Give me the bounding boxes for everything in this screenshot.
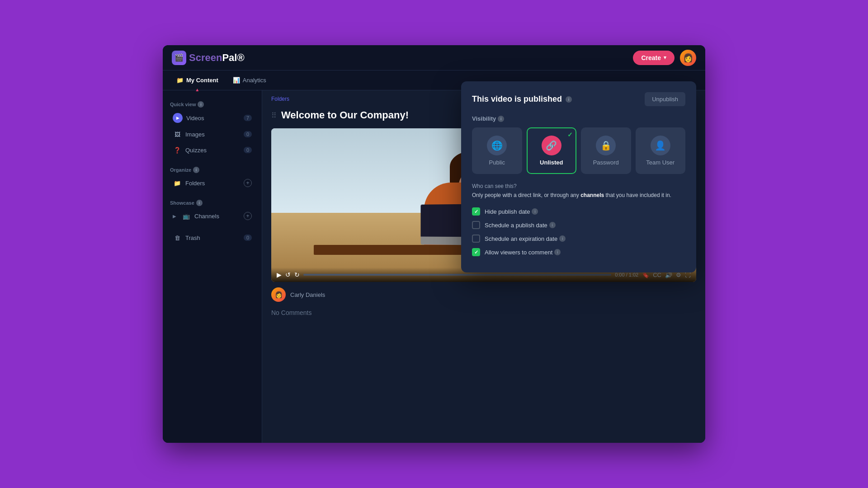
panel-header: This video is published i Unpublish [472,92,685,106]
hide-publish-date-label: Hide publish date i [485,208,538,215]
team-user-label: Team User [646,159,675,166]
quizzes-icon: ❓ [173,145,182,155]
allow-comments-label: Allow viewers to comment i [485,249,561,256]
my-content-label: My Content [186,77,218,84]
publish-panel: This video is published i Unpublish Visi… [461,81,696,272]
channels-icon: 📺 [182,211,191,221]
public-icon: 🌐 [487,136,507,155]
sidebar-item-videos[interactable]: ▶ Videos 7 [165,110,259,126]
quizzes-left: ❓ Quizzes [173,145,207,155]
current-time: 0:00 [615,272,624,277]
images-count: 0 [244,131,252,137]
progress-bar[interactable] [303,274,611,276]
quick-view-section: Quick view i [163,98,262,109]
images-label: Images [185,131,205,138]
play-pause-button[interactable]: ▶ [277,271,282,278]
no-comments-label: No Comments [262,307,705,318]
option-schedule-expiry: Schedule an expiration date i [472,235,685,243]
tab-analytics[interactable]: 📊 Analytics [226,73,273,87]
visibility-public[interactable]: 🌐 Public [472,127,522,174]
who-sees-description: Only people with a direct link, or throu… [472,191,685,199]
trash-left: 🗑 Trash [173,233,200,242]
channels-left: ▶ 📺 Channels [173,211,219,221]
team-user-icon: 👤 [651,136,670,155]
commenter-avatar: 👩 [271,287,286,302]
hide-publish-date-checkbox[interactable] [472,207,480,216]
panel-info-icon[interactable]: i [566,96,572,103]
images-left: 🖼 Images [173,130,205,139]
organize-info-icon[interactable]: i [193,167,199,173]
fast-forward-button[interactable]: ↻ [294,271,300,278]
visibility-team-user[interactable]: 👤 Team User [636,127,686,174]
drag-handle-icon[interactable]: ⠿ [271,111,277,120]
sidebar-item-channels[interactable]: ▶ 📺 Channels + [165,208,259,224]
visibility-info-icon[interactable]: i [498,116,504,122]
visibility-text: Visibility [472,115,496,122]
folders-add-button[interactable]: + [244,179,252,187]
quick-view-label: Quick view [170,102,196,107]
schedule-publish-text: Schedule a publish date [485,222,547,229]
allow-comments-info-icon[interactable]: i [554,249,561,255]
hide-publish-date-info-icon[interactable]: i [532,208,538,215]
tab-my-content[interactable]: 📁 My Content [170,73,225,87]
showcase-info-icon[interactable]: i [196,200,203,206]
allow-comments-text: Allow viewers to comment [485,249,552,256]
schedule-expiry-text: Schedule an expiration date [485,235,557,242]
time-display: 0:00 / 1:02 [615,272,638,277]
schedule-expiry-checkbox[interactable] [472,235,480,243]
who-sees-bold-text: channels [580,192,604,198]
avatar[interactable]: 👩 [680,50,696,66]
schedule-publish-checkbox[interactable] [472,221,480,229]
unlisted-check-icon: ✓ [567,131,573,138]
quizzes-label: Quizzes [185,147,207,154]
sidebar-item-trash[interactable]: 🗑 Trash 0 [165,230,259,245]
videos-count: 7 [244,115,252,121]
allow-comments-checkbox[interactable] [472,248,480,256]
channels-add-button[interactable]: + [244,212,252,220]
quizzes-count: 0 [244,147,252,153]
rewind-button[interactable]: ↺ [285,271,291,278]
logo: 🎬 ScreenPal® [172,51,245,65]
option-hide-publish-date: Hide publish date i [472,207,685,216]
sidebar-item-folders[interactable]: 📁 Folders + [165,175,259,191]
header-right: Create 👩 [633,50,696,66]
unpublish-button[interactable]: Unpublish [645,92,685,106]
videos-label: Videos [186,115,204,122]
videos-left: ▶ Videos [173,113,204,123]
sidebar-item-quizzes[interactable]: ❓ Quizzes 0 [165,142,259,158]
panel-title: This video is published i [472,94,572,104]
app-window: 🎬 ScreenPal® Create 👩 📁 My Content 📊 Ana… [163,45,705,443]
schedule-expiry-info-icon[interactable]: i [559,235,566,242]
create-button[interactable]: Create [633,51,675,65]
sidebar-item-images[interactable]: 🖼 Images 0 [165,127,259,142]
schedule-publish-info-icon[interactable]: i [549,222,556,228]
password-label: Password [593,159,619,166]
video-title: Welcome to Our Company! [281,109,409,121]
password-icon: 🔒 [596,136,616,155]
trash-label: Trash [185,235,200,241]
showcase-label: Showcase [170,200,194,206]
folders-icon: 📁 [173,178,182,188]
organize-label: Organize [170,167,191,173]
total-time: 1:02 [629,272,638,277]
organize-section: Organize i [163,163,262,175]
trash-count: 0 [244,235,252,241]
quick-view-info-icon[interactable]: i [198,101,204,108]
analytics-label: Analytics [243,77,266,84]
visibility-unlisted[interactable]: ✓ 🔗 Unlisted [527,127,577,174]
folders-label: Folders [185,180,205,187]
video-title-row: ⠿ Welcome to Our Company! [271,109,409,121]
unlisted-icon: 🔗 [542,136,561,155]
visibility-label: Visibility i [472,115,685,122]
channels-chevron-icon: ▶ [173,214,176,219]
unlisted-label: Unlisted [540,159,563,166]
who-sees-end-text: that you have included it in. [604,192,671,198]
logo-pal: Pal [222,52,237,63]
visibility-password[interactable]: 🔒 Password [581,127,631,174]
who-sees-normal-text: Only people with a direct link, or throu… [472,192,580,198]
public-label: Public [489,159,505,166]
visibility-options: 🌐 Public ✓ 🔗 Unlisted 🔒 Password 👤 Team … [472,127,685,174]
header: 🎬 ScreenPal® Create 👩 [163,45,705,70]
panel-title-text: This video is published [472,94,562,104]
sidebar: Quick view i ▶ Videos 7 🖼 Images 0 [163,90,262,443]
